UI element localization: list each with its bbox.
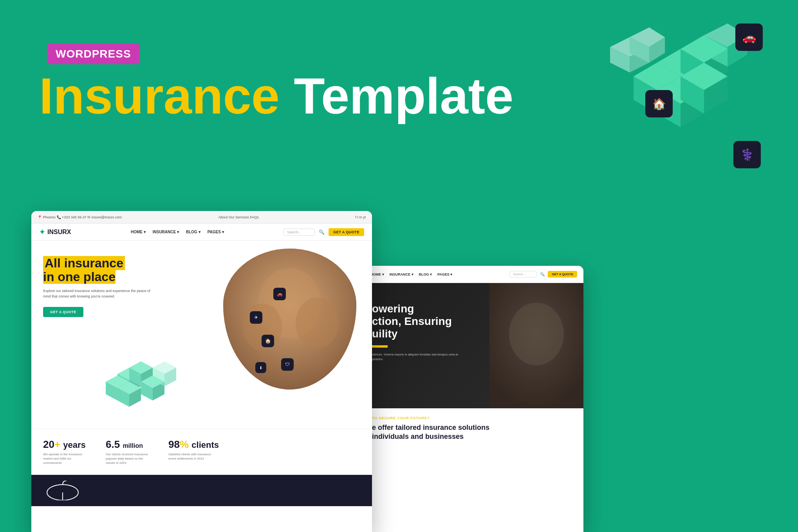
right-hero-t1: owering: [372, 303, 414, 315]
right-hero-content: owering ction, Ensuring uility ultrices.…: [372, 303, 458, 362]
right-nav-links: HOME ▾ INSURANCE ▾ BLOG ▾ PAGES ▾: [370, 272, 452, 276]
search-icon: 🔍: [319, 229, 325, 235]
car-bubble: 🚗: [735, 23, 763, 51]
hero-content: All insurance in one place Explore our t…: [43, 256, 153, 317]
logo-text: INSURX: [47, 229, 71, 236]
nav-insurance[interactable]: INSURANCE ▾: [153, 230, 179, 234]
svg-point-27: [296, 298, 339, 348]
screens-container: 📍 Phoenix 📞 +333 345 56 47 ✉ insure@insu…: [31, 211, 798, 532]
hero-subtitle: Explore our tailored insurance solutions…: [43, 289, 153, 299]
nav-search[interactable]: Search...: [283, 229, 315, 236]
download-badge-hero: ⬇: [255, 362, 266, 373]
right-nav-right: Search... 🔍 GET A QUOTE: [509, 271, 577, 278]
right-nav-cta-button[interactable]: GET A QUOTE: [548, 271, 577, 278]
right-hero-t2: ction, Ensuring: [372, 315, 452, 327]
bottom-dark-bar: [31, 475, 372, 506]
right-nav-insurance[interactable]: INSURANCE ▾: [390, 272, 413, 276]
right-nav-bar: HOME ▾ INSURANCE ▾ BLOG ▾ PAGES ▾ Search…: [364, 266, 583, 283]
right-hero-accent: [372, 345, 388, 348]
stat-million: 6.5 million Our clients received insuran…: [106, 438, 153, 465]
site-logo: ✦ INSURX: [39, 228, 71, 236]
logo-icon: ✦: [39, 228, 45, 236]
nav-links: HOME ▾ INSURANCE ▾ BLOG ▾ PAGES ▾: [131, 230, 224, 234]
wordpress-badge: WORDPRESS: [47, 44, 140, 64]
right-section-2: TO SECURE YOUR FUTURE? e offer tailored …: [364, 408, 583, 449]
stats-bar: 20+ years We operate in the insurance ma…: [31, 429, 372, 475]
left-screen: 📍 Phoenix 📞 +333 345 56 47 ✉ insure@insu…: [31, 211, 372, 532]
stat-clients-desc: Satisfied clients with insurance event s…: [168, 452, 215, 461]
main-title: Insurance Template: [39, 70, 513, 121]
right-nav-home[interactable]: HOME ▾: [370, 272, 384, 276]
nav-bar: ✦ INSURX HOME ▾ INSURANCE ▾ BLOG ▾ PAGES…: [31, 224, 372, 241]
shield-badge-hero: 🛡: [281, 358, 294, 371]
stat-years-number: 20+ years: [43, 438, 90, 451]
hero-title: All insurance in one place: [43, 256, 153, 284]
section2-title-line1: e offer tailored insurance solutions: [372, 424, 489, 431]
umbrella-icon: [43, 481, 82, 500]
title-insurance: Insurance: [39, 67, 280, 124]
top-info-bar: 📍 Phoenix 📞 +333 345 56 47 ✉ insure@insu…: [31, 211, 372, 224]
right-search-icon: 🔍: [540, 272, 545, 276]
stat-million-number: 6.5 million: [106, 438, 153, 451]
nav-pages[interactable]: PAGES ▾: [208, 230, 224, 234]
right-nav-search[interactable]: Search...: [509, 271, 537, 278]
home-bubble: 🏠: [645, 90, 673, 117]
topbar-left: 📍 Phoenix 📞 +333 345 56 47 ✉ insure@insu…: [38, 215, 122, 219]
right-hero-section: owering ction, Ensuring uility ultrices.…: [364, 283, 583, 408]
section2-title: e offer tailored insurance solutions ind…: [372, 423, 576, 442]
right-screen: HOME ▾ INSURANCE ▾ BLOG ▾ PAGES ▾ Search…: [364, 266, 583, 532]
hero-title-line2: in one place: [43, 270, 116, 284]
nav-blog[interactable]: BLOG ▾: [186, 230, 200, 234]
stat-clients: 98% clients Satisfied clients with insur…: [168, 438, 219, 465]
home-badge-hero: 🏠: [262, 335, 274, 347]
car-badge-hero: 🚗: [273, 288, 286, 300]
stat-years: 20+ years We operate in the insurance ma…: [43, 438, 90, 465]
right-hero-subtitle: ultrices. Viverra mauris in aliquam fons…: [372, 352, 458, 362]
title-template: Template: [280, 67, 513, 124]
section2-title-line2: individuals and businesses: [372, 433, 464, 440]
section2-tag: TO SECURE YOUR FUTURE?: [372, 416, 576, 420]
topbar-center: About Our Services FAQs: [218, 215, 259, 219]
nav-cta-button[interactable]: GET A QUOTE: [329, 228, 364, 236]
plane-badge: ✈: [250, 311, 262, 324]
stat-million-desc: Our clients received insurance payouts d…: [106, 452, 153, 465]
medical-bubble: ⚕️: [733, 141, 761, 168]
right-nav-blog[interactable]: BLOG ▾: [419, 272, 432, 276]
stat-clients-number: 98% clients: [168, 438, 219, 451]
hero-title-line1: All insurance: [43, 256, 125, 270]
nav-home[interactable]: HOME ▾: [131, 230, 146, 234]
right-hero-title: owering ction, Ensuring uility: [372, 303, 458, 341]
hero-section: All insurance in one place Explore our t…: [31, 241, 372, 429]
hero-cta-button[interactable]: GET A QUOTE: [43, 307, 83, 317]
nav-right: Search... 🔍 GET A QUOTE: [283, 228, 364, 236]
right-hero-t3: uility: [372, 328, 397, 340]
hero-cubes: [86, 350, 196, 421]
topbar-right: f t in yt: [355, 215, 366, 219]
right-nav-pages[interactable]: PAGES ▾: [437, 272, 452, 276]
stat-years-desc: We operate in the insurance market and f…: [43, 452, 90, 465]
